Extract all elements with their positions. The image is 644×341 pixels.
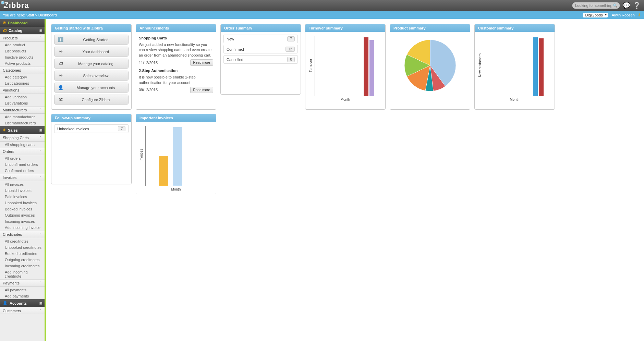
nav-group-orders[interactable]: Orders — [0, 148, 45, 155]
sidebar-item[interactable]: Paid invoices — [0, 194, 45, 200]
gs-button[interactable]: ✳Your dashboard — [54, 47, 129, 57]
sidebar-item[interactable]: Add incoming creditnote — [0, 269, 45, 279]
summary-row[interactable]: Confirmed12 — [223, 45, 298, 53]
nav-group-shopping-carts[interactable]: Shopping Carts — [0, 134, 45, 142]
sidebar-item[interactable]: Outgoing invoices — [0, 212, 45, 218]
turnover-chart — [315, 36, 380, 96]
gear-icon: ✳ — [3, 128, 6, 132]
summary-row[interactable]: Cancelled0 — [223, 55, 298, 64]
x-axis-label: Month — [477, 96, 552, 101]
sidebar-item[interactable]: Confirmed orders — [0, 168, 45, 174]
gear-icon: ✳ — [3, 21, 6, 25]
sidebar-item[interactable]: All payments — [0, 287, 45, 293]
sidebar-item[interactable]: Outgoing creditnotes — [0, 257, 45, 263]
widget-customer-summary: Customer summary 🔍 New customers Month — [474, 24, 555, 110]
sidebar-item[interactable]: Booked invoices — [0, 206, 45, 212]
gs-button[interactable]: ✳Sales overview — [54, 71, 129, 81]
logo[interactable]: Zıbbra — [3, 1, 29, 10]
sidebar-item[interactable]: Active products — [0, 60, 45, 66]
gs-label: Configure Zibbra — [67, 98, 125, 102]
sidebar-item[interactable]: List variations — [0, 100, 45, 106]
chat-icon[interactable]: 💬 — [623, 2, 630, 9]
sidebar-item[interactable]: Unbooked invoices — [0, 200, 45, 206]
gs-button[interactable]: 🏷Manage your catalog — [54, 59, 129, 69]
sidebar-item[interactable]: Unpaid invoices — [0, 187, 45, 194]
announcement-text: We just added a new functionality so you… — [139, 42, 213, 58]
widget-order-summary: Order summary New7Confirmed12Cancelled0 — [220, 24, 301, 95]
search-icon[interactable]: 🔍 — [613, 3, 618, 8]
nav-group-invoices[interactable]: Invoices — [0, 174, 45, 181]
gs-button[interactable]: 👤Manage your accounts — [54, 83, 129, 93]
sidebar-item[interactable]: Add payments — [0, 293, 45, 299]
summary-label: New — [227, 37, 234, 41]
nav-group-products[interactable]: Products — [0, 34, 45, 42]
tag-icon: 🏷 — [3, 28, 7, 33]
nav-sales[interactable]: ✳ Sales ▣ — [0, 126, 45, 134]
sidebar-item[interactable]: Unbooked creditnotes — [0, 244, 45, 251]
breadcrumb-dashboard[interactable]: Dashboard — [38, 13, 57, 17]
widget-turnover: Turnover summary 🔍 Turnover Month — [305, 24, 386, 110]
sidebar-item[interactable]: Inactive products — [0, 54, 45, 60]
sidebar-item[interactable]: Add manufacturer — [0, 114, 45, 120]
widget-announcements: Announcements Shopping CartsWe just adde… — [136, 24, 216, 110]
search-box[interactable]: 🔍 — [572, 2, 620, 9]
help-icon[interactable]: ❔ — [633, 2, 641, 9]
sidebar-item[interactable]: Incoming creditnotes — [0, 263, 45, 269]
announcement-title: 2-Step Authentication — [139, 69, 213, 73]
read-more-button[interactable]: Read more — [190, 59, 213, 66]
gs-label: Manage your catalog — [67, 62, 125, 66]
user-icon: 👤 — [3, 301, 8, 305]
sidebar-item[interactable]: Add product — [0, 42, 45, 48]
gear-icon[interactable]: ✳ — [637, 12, 641, 17]
nav-accounts[interactable]: 👤 Accounts ▣ — [0, 299, 45, 307]
sidebar-item[interactable]: All shopping carts — [0, 142, 45, 148]
nav-catalog[interactable]: 🏷 Catalog ▣ — [0, 27, 45, 34]
announcement-date: 09/12/2015 — [139, 88, 158, 92]
nav-group-manufacturers[interactable]: Manufacturers — [0, 106, 45, 114]
sidebar-item[interactable]: Unconfirmed orders — [0, 161, 45, 168]
sidebar-item[interactable]: All orders — [0, 155, 45, 161]
gs-icon: ✳ — [58, 49, 63, 54]
sidebar-item[interactable]: Add incoming invoice — [0, 224, 45, 231]
collapse-icon: ▣ — [39, 302, 42, 305]
gs-button[interactable]: 🛠Configure Zibbra — [54, 95, 129, 105]
collapse-icon: ▣ — [39, 29, 42, 32]
gs-label: Sales overview — [67, 74, 125, 78]
nav-group-categories[interactable]: Categories — [0, 66, 45, 74]
y-axis-label: Invoices — [139, 124, 144, 186]
collapse-icon: ▣ — [39, 129, 42, 132]
nav-dashboard[interactable]: ✳ Dashboard — [0, 19, 45, 27]
breadcrumb-staff[interactable]: Staff — [26, 13, 34, 17]
sidebar-item[interactable]: Booked creditnotes — [0, 251, 45, 257]
gs-button[interactable]: ℹ️Getting Started — [54, 35, 129, 45]
read-more-button[interactable]: Read more — [190, 87, 213, 93]
search-input[interactable] — [575, 3, 611, 8]
announcement-title: Shopping Carts — [139, 36, 213, 40]
customer-chart — [484, 36, 549, 96]
sidebar-item[interactable]: Add variation — [0, 94, 45, 100]
sidebar-item[interactable]: Incoming invoices — [0, 218, 45, 224]
sidebar-item[interactable]: All invoices — [0, 181, 45, 187]
widget-title: Announcements — [136, 24, 216, 32]
nav-group-customers[interactable]: Customers — [0, 307, 45, 314]
sidebar-item[interactable]: List products — [0, 48, 45, 54]
sidebar-item[interactable]: All creditnotes — [0, 238, 45, 244]
widget-product-summary: Product summary 🔍 — [390, 24, 470, 110]
sidebar-item[interactable]: List manufacturers — [0, 120, 45, 126]
sidebar-item[interactable]: List categories — [0, 80, 45, 86]
gs-icon: 👤 — [58, 85, 63, 90]
summary-value: 7 — [118, 126, 125, 131]
widget-important-invoices: Important invoices 🔍 Invoices Month — [136, 114, 216, 194]
nav-group-payments[interactable]: Payments — [0, 279, 45, 287]
nav-group-variations[interactable]: Variations — [0, 86, 45, 94]
y-axis-label: New customers — [477, 35, 483, 96]
summary-row[interactable]: Unbooked invoices7 — [54, 124, 129, 133]
gs-label: Getting Started — [67, 38, 125, 42]
nav-group-creditnotes[interactable]: Creditnotes — [0, 231, 45, 238]
sidebar-item[interactable]: Add category — [0, 74, 45, 80]
summary-row[interactable]: New7 — [223, 35, 298, 43]
user-name[interactable]: Alwin Roosen — [612, 13, 635, 17]
gs-icon: 🛠 — [58, 97, 63, 102]
company-dropdown[interactable]: DigiGoods — [583, 13, 607, 17]
widget-followup: Follow-up summary Unbooked invoices7 — [51, 114, 132, 184]
